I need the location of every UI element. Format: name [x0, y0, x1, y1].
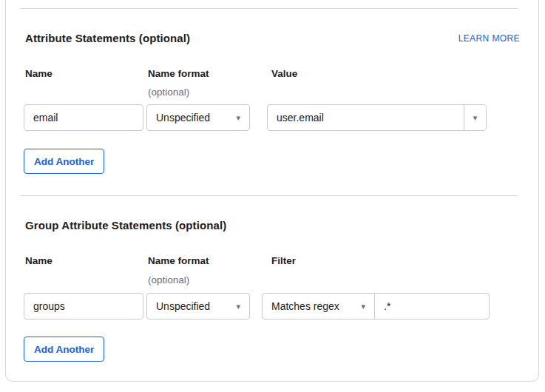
add-another-attribute-button[interactable]: Add Another	[24, 149, 104, 174]
saml-settings-card: Attribute Statements (optional) LEARN MO…	[5, 0, 539, 382]
attribute-value-dropdown-button[interactable]: ▾	[464, 105, 486, 130]
chevron-down-icon: ▾	[236, 303, 240, 311]
attribute-name-format-selected: Unspecified	[156, 112, 210, 124]
group-name-format-select[interactable]: Unspecified ▾	[146, 293, 250, 320]
chevron-down-icon: ▾	[236, 114, 240, 122]
group-name-format-selected: Unspecified	[156, 300, 210, 312]
value-column-label: Value	[271, 68, 297, 79]
attribute-statements-title: Attribute Statements (optional)	[25, 32, 190, 44]
filter-column-label: Filter	[271, 255, 296, 266]
name-format-optional-note: (optional)	[148, 87, 189, 98]
group-filter-combo: Matches regex ▾	[262, 293, 490, 320]
group-attribute-name-input[interactable]	[24, 293, 143, 320]
section-divider	[20, 8, 518, 9]
group-filter-type-selected: Matches regex	[271, 300, 339, 312]
section-divider	[20, 195, 518, 196]
name-format-column-label: Name format	[148, 68, 209, 79]
group-filter-value-input[interactable]	[375, 294, 489, 319]
attribute-value-input[interactable]	[268, 105, 464, 130]
learn-more-link[interactable]: LEARN MORE	[458, 33, 520, 44]
attribute-name-input[interactable]	[24, 104, 143, 131]
chevron-down-icon: ▾	[361, 303, 365, 311]
name-format-optional-note: (optional)	[148, 274, 189, 285]
attribute-value-combo: ▾	[267, 104, 487, 131]
name-column-label: Name	[25, 255, 53, 266]
attribute-name-format-select[interactable]: Unspecified ▾	[146, 104, 250, 131]
name-format-column-label: Name format	[148, 255, 209, 266]
group-filter-type-select[interactable]: Matches regex ▾	[263, 294, 375, 319]
group-attribute-statements-title: Group Attribute Statements (optional)	[25, 219, 226, 232]
add-another-group-attribute-button[interactable]: Add Another	[24, 337, 104, 362]
chevron-down-icon: ▾	[473, 114, 478, 122]
name-column-label: Name	[25, 68, 53, 79]
